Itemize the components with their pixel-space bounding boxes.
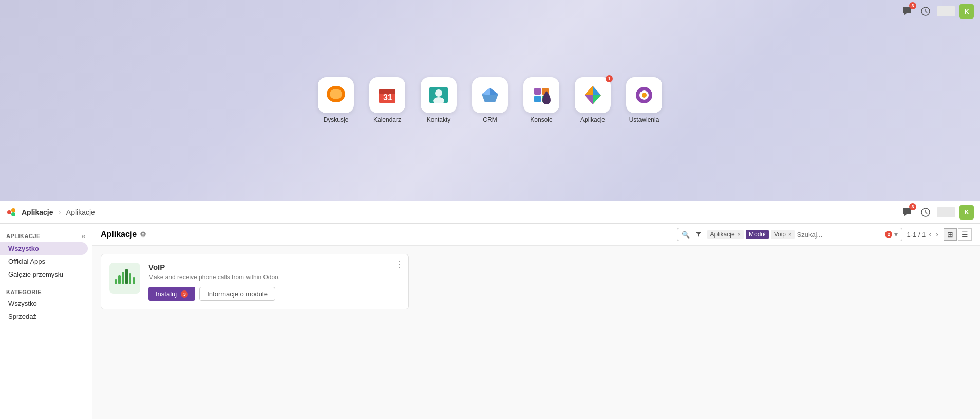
app-kontakty[interactable]: Kontakty [416, 77, 462, 123]
cards-area: VoIP Make and receive phone calls from w… [92, 246, 980, 419]
sidebar-section-apps: APLIKACJE « [0, 230, 92, 242]
sidebar-apps-header: APLIKACJE [6, 233, 41, 239]
voip-desc: Make and receive phone calls from within… [148, 274, 400, 281]
svg-text:31: 31 [383, 93, 392, 102]
desktop-app-grid: Dyskusje 31 Kalendarz Kontakty [303, 67, 677, 134]
voip-card: VoIP Make and receive phone calls from w… [101, 254, 409, 309]
kontakty-label: Kontakty [427, 116, 451, 123]
sidebar-item-wszystko[interactable]: Wszystko [0, 242, 88, 255]
desktop-area: 3 K Dyskusje [0, 0, 980, 201]
toolbar-title: Aplikacje ⚙ [101, 230, 146, 239]
nav-chat-icon[interactable]: 3 [900, 205, 914, 220]
main-area: Aplikacje ⚙ 🔍 Aplikacje × [92, 224, 980, 419]
nav-clock-icon[interactable] [918, 205, 933, 220]
voip-icon [109, 263, 140, 294]
view-list-btn[interactable]: ☰ [958, 228, 972, 241]
voip-card-body: VoIP Make and receive phone calls from w… [148, 263, 400, 301]
dyskusje-icon [318, 77, 354, 113]
aplikacje-badge: 1 [606, 75, 613, 82]
kontakty-icon [421, 77, 457, 113]
search-input[interactable] [797, 231, 883, 239]
app-kalendarz[interactable]: 31 Kalendarz [364, 77, 410, 123]
info-button[interactable]: Informacje o module [199, 287, 275, 301]
svg-point-16 [7, 210, 11, 214]
sidebar-item-sprzedaz[interactable]: Sprzedaż [0, 310, 92, 323]
nav-logo[interactable]: Aplikacje [6, 206, 53, 218]
remove-chip-voip[interactable]: × [788, 231, 791, 238]
apps-navbar: Aplikacje › Aplikacje 3 K [0, 201, 980, 224]
sidebar-item-galerie[interactable]: Gałęzie przemysłu [0, 268, 92, 281]
svg-rect-23 [122, 272, 124, 284]
svg-rect-25 [129, 273, 131, 284]
svg-rect-22 [118, 275, 121, 284]
odoo-logo-icon [6, 206, 18, 218]
aplikacje-icon: 1 [575, 77, 611, 113]
app-dyskusje[interactable]: Dyskusje [313, 77, 359, 123]
search-bar: 🔍 Aplikacje × Moduł [677, 228, 903, 241]
svg-point-8 [433, 97, 444, 104]
chat-icon[interactable]: 3 [900, 4, 914, 19]
sidebar: APLIKACJE « Wszystko Official Apps Gałęz… [0, 224, 92, 419]
apps-content: APLIKACJE « Wszystko Official Apps Gałęz… [0, 224, 980, 419]
nav-avatar[interactable]: K [959, 205, 974, 220]
app-crm[interactable]: CRM [467, 77, 513, 123]
search-badge: 2 [885, 231, 892, 238]
svg-point-15 [642, 93, 647, 98]
crm-label: CRM [483, 116, 497, 123]
nav-breadcrumb: Aplikacje [66, 208, 95, 216]
kalendarz-icon: 31 [369, 77, 405, 113]
pagination: 1-1 / 1 ‹ › [907, 229, 939, 240]
card-menu-button[interactable]: ⋮ [395, 260, 403, 269]
install-badge: 3 [181, 290, 188, 298]
view-grid-btn[interactable]: ⊞ [944, 228, 957, 241]
filter-icon-chip [692, 230, 705, 239]
crm-icon [472, 77, 508, 113]
remove-chip-aplikacje[interactable]: × [738, 231, 741, 238]
pagination-next[interactable]: › [935, 229, 939, 240]
topbar-rect [937, 6, 955, 16]
voip-actions: Instaluj 3 Informacje o module [148, 287, 400, 301]
svg-rect-24 [125, 269, 128, 284]
user-avatar[interactable]: K [959, 4, 974, 19]
filter-chip-modul[interactable]: Moduł [746, 230, 769, 239]
main-toolbar: Aplikacje ⚙ 🔍 Aplikacje × [92, 224, 980, 246]
nav-chat-badge: 3 [909, 203, 916, 210]
app-aplikacje[interactable]: 1 Aplikacje [570, 77, 616, 123]
sidebar-collapse-btn[interactable]: « [82, 232, 86, 240]
apps-panel: Aplikacje › Aplikacje 3 K [0, 201, 980, 419]
svg-point-17 [11, 208, 15, 212]
gear-icon[interactable]: ⚙ [140, 230, 146, 239]
svg-point-18 [11, 212, 15, 216]
filter-chip-aplikacje[interactable]: Aplikacje × [707, 230, 744, 239]
voip-title: VoIP [148, 263, 400, 271]
pagination-prev[interactable]: ‹ [928, 229, 932, 240]
svg-rect-21 [115, 279, 117, 284]
sidebar-item-kat-wszystko[interactable]: Wszystko [0, 297, 92, 310]
kalendarz-label: Kalendarz [373, 116, 401, 123]
install-button[interactable]: Instaluj 3 [148, 287, 195, 301]
search-dropdown-btn[interactable]: ▾ [894, 230, 898, 239]
sidebar-item-official-apps[interactable]: Official Apps [0, 255, 92, 268]
ustawienia-label: Ustawienia [629, 116, 659, 123]
sidebar-kategorie-header: KATEGORIE [6, 289, 42, 295]
svg-rect-26 [133, 277, 135, 284]
filter-chip-voip[interactable]: Voip × [771, 230, 795, 239]
nav-right: 3 K [900, 205, 974, 220]
sidebar-section-kategorie: KATEGORIE [0, 287, 92, 297]
ustawienia-icon [626, 77, 662, 113]
water-drop-decoration [540, 90, 553, 108]
aplikacje-label: Aplikacje [580, 116, 605, 123]
svg-rect-20 [109, 263, 140, 294]
konsole-label: Konsole [530, 116, 552, 123]
desktop-topbar: 3 K [894, 0, 980, 23]
pagination-text: 1-1 / 1 [907, 231, 926, 239]
chat-badge: 3 [909, 2, 916, 9]
svg-point-2 [330, 89, 342, 99]
view-buttons: ⊞ ☰ [944, 228, 972, 241]
clock-icon[interactable] [918, 4, 933, 19]
app-ustawienia[interactable]: Ustawienia [621, 77, 667, 123]
nav-separator: › [58, 208, 61, 217]
dyskusje-label: Dyskusje [324, 116, 349, 123]
nav-app-title: Aplikacje [22, 208, 53, 216]
nav-rect [937, 207, 955, 217]
